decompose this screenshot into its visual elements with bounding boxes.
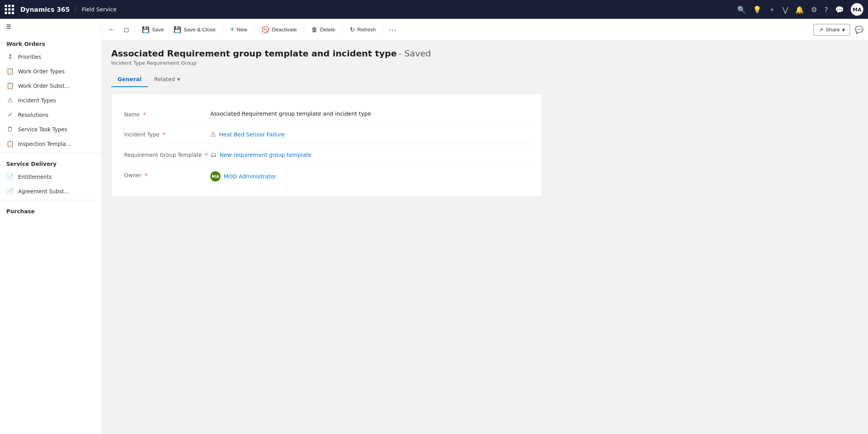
sidebar-section-work-orders: Work Orders xyxy=(0,35,101,49)
tab-related[interactable]: Related ▾ xyxy=(148,72,186,87)
cmd-separator-6 xyxy=(383,25,383,35)
sidebar-item-priorities[interactable]: ↕ Priorities xyxy=(0,49,101,64)
hamburger-menu[interactable]: ☰ xyxy=(0,19,101,35)
chat-panel-icon[interactable]: 💬 xyxy=(855,25,863,34)
app-name: Dynamics 365 xyxy=(20,6,76,13)
field-label-requirement-group: Requirement Group Template * xyxy=(124,149,210,158)
page-title: Associated Requirement group template an… xyxy=(111,49,397,58)
page-header: Associated Requirement group template an… xyxy=(111,49,859,66)
inspection-templ-icon: 📋 xyxy=(6,140,14,147)
deactivate-icon: 🚫 xyxy=(262,26,269,33)
sidebar-item-label: Incident Types xyxy=(18,97,56,104)
required-indicator: * xyxy=(205,152,208,158)
name-value: Associated Requirement group template an… xyxy=(210,111,371,117)
template-icon: 🗂 xyxy=(210,151,217,158)
resolutions-icon: ✓ xyxy=(6,111,14,118)
navigation-arrows: ← xyxy=(107,24,117,35)
cmd-separator-5 xyxy=(342,25,343,35)
expand-button[interactable]: ◻ xyxy=(121,24,131,35)
work-order-subst-icon: 📋 xyxy=(6,82,14,89)
plus-icon: + xyxy=(230,25,235,34)
sidebar-item-entitlements[interactable]: 📄 Entitlements xyxy=(0,169,101,184)
search-icon[interactable]: 🔍 xyxy=(737,5,746,14)
sidebar-item-label: Work Order Subst... xyxy=(18,83,70,89)
delete-button[interactable]: 🗑 Delete xyxy=(307,24,339,36)
back-button[interactable]: ← xyxy=(107,24,117,35)
form-card: Name * Associated Requirement group temp… xyxy=(111,94,542,197)
sidebar-item-label: Resolutions xyxy=(18,112,49,118)
sidebar-item-work-order-subst[interactable]: 📋 Work Order Subst... xyxy=(0,78,101,93)
sidebar-item-service-task-types[interactable]: 🗒 Service Task Types xyxy=(0,122,101,136)
help-icon[interactable]: ? xyxy=(824,5,828,14)
cmd-separator-3 xyxy=(254,25,255,35)
top-nav-icons: 🔍 💡 ＋ ⋁ 🔔 ⚙ ? 💬 MA xyxy=(737,3,863,16)
requirement-group-link[interactable]: New requirement group template xyxy=(220,152,311,158)
sidebar: ☰ Work Orders ↕ Priorities 📋 Work Order … xyxy=(0,19,102,434)
sidebar-item-resolutions[interactable]: ✓ Resolutions xyxy=(0,107,101,122)
module-name: Field Service xyxy=(82,6,732,13)
incident-types-icon: ⚠ xyxy=(6,96,14,104)
save-icon: 💾 xyxy=(142,26,150,33)
incident-type-link[interactable]: Heat Bed Sensor Failure xyxy=(219,131,285,138)
sidebar-scroll: Work Orders ↕ Priorities 📋 Work Order Ty… xyxy=(0,35,101,434)
main-layout: ☰ Work Orders ↕ Priorities 📋 Work Order … xyxy=(0,19,868,434)
related-chevron-icon: ▾ xyxy=(177,76,180,82)
save-close-button[interactable]: 💾 Save & Close xyxy=(170,24,220,36)
save-close-icon: 💾 xyxy=(174,26,181,33)
sidebar-item-inspection-templ[interactable]: 📋 Inspection Templa... xyxy=(0,136,101,151)
share-button[interactable]: ↗ Share ▾ xyxy=(814,24,850,36)
tab-general[interactable]: General xyxy=(111,72,148,87)
field-value-requirement-group[interactable]: 🗂 New requirement group template xyxy=(210,149,529,158)
plus-icon[interactable]: ＋ xyxy=(769,5,776,14)
field-label-incident-type: Incident Type * xyxy=(124,129,210,138)
page-subtitle: Incident Type Requirement Group xyxy=(111,60,859,66)
tabs: General Related ▾ xyxy=(111,72,859,87)
sidebar-item-label: Agreement Subst... xyxy=(18,188,69,194)
owner-link[interactable]: MOD Administrator xyxy=(224,173,276,180)
sidebar-item-incident-types[interactable]: ⚠ Incident Types xyxy=(0,93,101,107)
more-options-button[interactable]: ⋯ xyxy=(386,24,400,36)
sidebar-item-work-order-types[interactable]: 📋 Work Order Types xyxy=(0,64,101,78)
share-chevron-icon: ▾ xyxy=(842,27,845,33)
owner-avatar: MA xyxy=(210,171,221,182)
form-row-requirement-group: Requirement Group Template * 🗂 New requi… xyxy=(124,144,529,164)
command-bar: ← ◻ 💾 Save 💾 Save & Close + New 🚫 Deacti… xyxy=(102,19,868,41)
app-launcher-icon[interactable] xyxy=(5,5,14,14)
save-button[interactable]: 💾 Save xyxy=(138,24,168,36)
priorities-icon: ↕ xyxy=(6,53,14,60)
field-value-name: Associated Requirement group template an… xyxy=(210,109,529,117)
sidebar-section-purchase: Purchase xyxy=(0,202,101,217)
lightbulb-icon[interactable]: 💡 xyxy=(753,5,761,14)
form-row-name: Name * Associated Requirement group temp… xyxy=(124,104,529,123)
field-value-owner[interactable]: MA MOD Administrator xyxy=(210,170,529,182)
deactivate-button[interactable]: 🚫 Deactivate xyxy=(258,24,301,36)
field-label-name: Name * xyxy=(124,109,210,118)
page-content: Associated Requirement group template an… xyxy=(102,41,868,434)
top-navigation: Dynamics 365 Field Service 🔍 💡 ＋ ⋁ 🔔 ⚙ ?… xyxy=(0,0,868,19)
agreement-subst-icon: 📄 xyxy=(6,187,14,195)
form-row-incident-type: Incident Type * ⚠ Heat Bed Sensor Failur… xyxy=(124,123,529,144)
main-content: ← ◻ 💾 Save 💾 Save & Close + New 🚫 Deacti… xyxy=(102,19,868,434)
sidebar-item-agreement-subst[interactable]: 📄 Agreement Subst... xyxy=(0,184,101,198)
sidebar-item-label: Work Order Types xyxy=(18,68,65,74)
cmd-separator-4 xyxy=(304,25,304,35)
warning-icon: ⚠ xyxy=(210,131,216,138)
service-task-types-icon: 🗒 xyxy=(6,125,14,133)
filter-icon[interactable]: ⋁ xyxy=(783,5,788,14)
cmd-separator-1 xyxy=(134,25,135,35)
sidebar-item-label: Entitlements xyxy=(18,174,52,180)
refresh-button[interactable]: ↻ Refresh xyxy=(346,24,380,36)
settings-icon[interactable]: ⚙ xyxy=(811,5,817,14)
chat-icon[interactable]: 💬 xyxy=(835,5,844,14)
field-value-incident-type[interactable]: ⚠ Heat Bed Sensor Failure xyxy=(210,129,529,138)
entitlements-icon: 📄 xyxy=(6,173,14,180)
required-indicator: * xyxy=(145,172,147,178)
share-icon: ↗ xyxy=(819,27,823,33)
sidebar-item-label: Inspection Templa... xyxy=(18,141,71,147)
new-button[interactable]: + New xyxy=(226,23,251,36)
sidebar-item-label: Priorities xyxy=(18,54,41,60)
bell-icon[interactable]: 🔔 xyxy=(795,5,804,14)
field-label-owner: Owner * xyxy=(124,170,210,178)
page-title-row: Associated Requirement group template an… xyxy=(111,49,859,58)
user-avatar[interactable]: MA xyxy=(851,3,863,16)
